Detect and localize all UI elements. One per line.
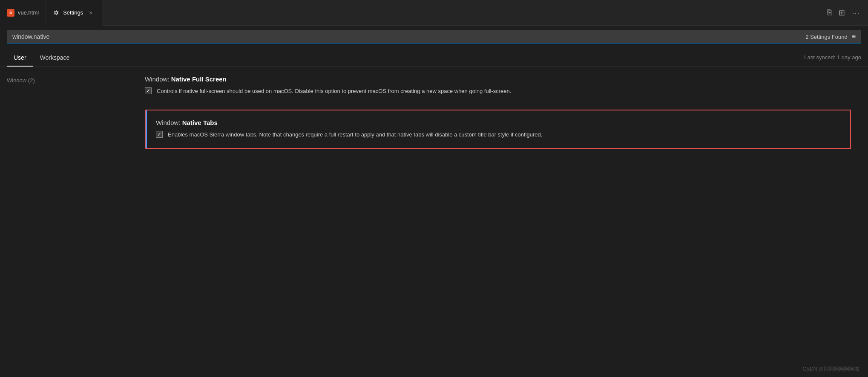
search-bar: 2 Settings Found ≡ bbox=[0, 26, 868, 48]
checkbox-wrapper-native-full-screen bbox=[145, 87, 152, 94]
sidebar: Window (2) bbox=[0, 67, 128, 376]
settings-tab-label: Settings bbox=[63, 9, 83, 16]
setting-body-native-full-screen: Controls if native full-screen should be… bbox=[145, 87, 851, 96]
titlebar-actions: ⎘ ⊞ ⋯ bbox=[827, 8, 868, 17]
sync-status: Last synced: 1 day ago bbox=[804, 54, 861, 61]
tab-user[interactable]: User bbox=[7, 48, 33, 67]
tabs-row: User Workspace Last synced: 1 day ago bbox=[0, 48, 868, 67]
checkbox-native-tabs[interactable] bbox=[156, 131, 163, 138]
sidebar-section-window[interactable]: Window (2) bbox=[7, 75, 121, 85]
setting-description-native-tabs: Enables macOS Sierra window tabs. Note t… bbox=[168, 130, 542, 139]
settings-file-icon bbox=[53, 9, 60, 16]
setting-body-native-tabs: Enables macOS Sierra window tabs. Note t… bbox=[156, 130, 840, 139]
copy-icon[interactable]: ⎘ bbox=[827, 8, 832, 17]
search-results-count: 2 Settings Found bbox=[805, 34, 847, 40]
setting-title-native-tabs: Window: Native Tabs bbox=[156, 119, 840, 126]
setting-title-native-full-screen: Window: Native Full Screen bbox=[145, 75, 851, 83]
setting-item-native-tabs: Window: Native Tabs Enables macOS Sierra… bbox=[145, 110, 851, 149]
search-container: 2 Settings Found ≡ bbox=[7, 30, 861, 44]
search-input[interactable] bbox=[12, 33, 805, 40]
vue-icon: 5 bbox=[7, 9, 14, 17]
search-filter-icon[interactable]: ≡ bbox=[852, 33, 856, 41]
checkbox-native-full-screen[interactable] bbox=[145, 87, 152, 94]
setting-description-native-full-screen: Controls if native full-screen should be… bbox=[157, 87, 511, 96]
tab-workspace[interactable]: Workspace bbox=[33, 48, 77, 67]
setting-item-native-full-screen: Window: Native Full Screen Controls if n… bbox=[145, 75, 851, 96]
titlebar: 5 vue.html Settings × ⎘ ⊞ ⋯ bbox=[0, 0, 868, 26]
checkbox-wrapper-native-tabs bbox=[156, 131, 163, 138]
file-tab-label: vue.html bbox=[18, 9, 39, 16]
split-icon[interactable]: ⊞ bbox=[839, 8, 845, 17]
settings-tab-close[interactable]: × bbox=[86, 9, 95, 17]
attribution: CSDN @阿阿阿阿阿阿杰 bbox=[802, 365, 859, 373]
settings-content: Window: Native Full Screen Controls if n… bbox=[128, 67, 868, 376]
main-content: Window (2) Window: Native Full Screen Co… bbox=[0, 67, 868, 376]
more-actions-icon[interactable]: ⋯ bbox=[852, 8, 859, 17]
tabs-left: User Workspace bbox=[7, 48, 76, 67]
file-tab-vue[interactable]: 5 vue.html bbox=[0, 0, 46, 26]
settings-tab-titlebar[interactable]: Settings × bbox=[46, 0, 102, 26]
